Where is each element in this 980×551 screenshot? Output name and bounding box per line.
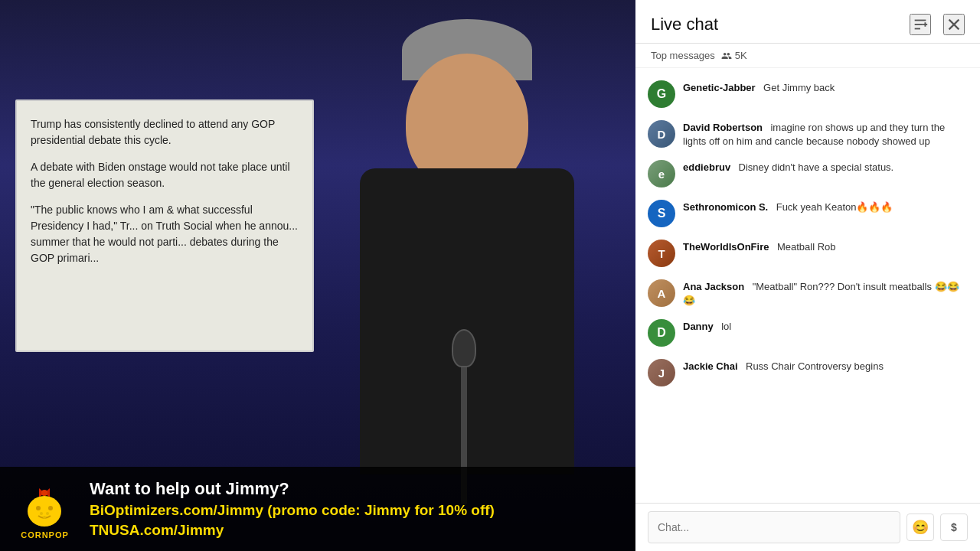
superchat-button[interactable]: $ [940,514,968,541]
svg-point-2 [41,490,47,496]
svg-point-7 [46,512,49,515]
message-username: Danny [683,321,714,332]
avatar: S [648,200,675,227]
message-text: Get Jimmy back [763,82,835,93]
chat-close-button[interactable] [943,14,965,35]
chat-subheader: Top messages 5K [635,44,980,68]
video-player[interactable]: Trump has consistently declined to atten… [0,0,635,551]
emoji-button[interactable]: 😊 [906,514,934,541]
avatar: A [648,279,675,307]
svg-point-3 [28,496,61,527]
chat-header-icons [910,14,965,35]
chat-message: A Ana Jackson "Meatball" Ron??? Don't in… [635,273,980,313]
avatar: T [648,240,675,267]
banner-text: Want to help out Jimmy? BiOptimizers.com… [90,479,623,539]
chat-message: T TheWorldIsOnFire Meatball Rob [635,233,980,273]
banner-line2: BiOptimizers.com/Jimmy (promo code: Jimm… [90,502,623,519]
chat-filter-button[interactable] [910,14,931,35]
viewers-number: 5K [735,50,747,61]
chat-input[interactable] [648,511,900,543]
chat-input-area: 😊 $ [635,503,980,551]
message-text: Russ Chair Controversy begins [746,360,884,372]
chat-message: D Danny lol [635,313,980,353]
viewers-icon [721,51,732,61]
message-content: Ana Jackson "Meatball" Ron??? Don't insu… [683,279,968,307]
avatar: J [648,359,675,386]
person-body [360,168,574,474]
video-person [345,92,590,474]
message-text: Meatball Rob [777,241,836,253]
chat-message: S Sethronomicon S. Fuck yeah Keaton🔥🔥🔥 [635,194,980,233]
chat-message: e eddiebruv Disney didn't have a special… [635,154,980,194]
chat-header: Live chat [635,0,980,44]
slide-content: Trump has consistently declined to atten… [31,116,299,266]
chat-message: J Jackie Chai Russ Chair Controversy beg… [635,353,980,393]
message-username: Jackie Chai [683,360,738,372]
cornpop-logo-area: CORNPOP [12,479,77,540]
cornpop-logo-icon [20,479,70,529]
message-content: Jackie Chai Russ Chair Controversy begin… [683,359,968,373]
message-content: David Robertson imagine ron shows up and… [683,120,968,148]
message-username: Genetic-Jabber [683,82,756,93]
svg-point-4 [36,506,41,510]
avatar: G [648,80,675,108]
message-username: Sethronomicon S. [683,201,768,213]
message-username: David Robertson [683,122,763,133]
microphone-head [452,329,476,367]
chat-message: D David Robertson imagine ron shows up a… [635,114,980,154]
chat-message: G Genetic-Jabber Get Jimmy back [635,74,980,114]
top-messages-label: Top messages [651,50,715,61]
message-username: TheWorldIsOnFire [683,241,769,253]
svg-point-5 [48,506,53,510]
filter-icon [912,16,929,33]
message-content: Danny lol [683,319,968,333]
emoji-icon: 😊 [912,519,929,536]
message-text: Fuck yeah Keaton🔥🔥🔥 [776,201,893,213]
logo-text: CORNPOP [21,530,69,540]
message-content: Sethronomicon S. Fuck yeah Keaton🔥🔥🔥 [683,200,968,214]
svg-point-8 [43,516,46,519]
superchat-icon: $ [951,521,957,533]
message-text: lol [721,321,731,332]
chat-title: Live chat [651,15,718,34]
message-content: eddiebruv Disney didn't have a special s… [683,160,968,174]
message-username: eddiebruv [683,161,730,173]
avatar: D [648,319,675,347]
message-username: Ana Jackson [683,281,744,292]
slide-overlay: Trump has consistently declined to atten… [15,99,314,352]
svg-point-6 [40,512,43,515]
avatar: e [648,160,675,187]
message-text: Disney didn't have a special status. [739,161,894,173]
chat-messages-list: G Genetic-Jabber Get Jimmy back D David … [635,68,980,503]
close-icon [946,16,962,33]
viewers-count: 5K [721,50,747,61]
banner-line1: Want to help out Jimmy? [90,479,623,499]
message-content: TheWorldIsOnFire Meatball Rob [683,240,968,253]
banner-line3: TNUSA.com/Jimmy [90,522,623,539]
avatar: D [648,120,675,148]
chat-panel: Live chat Top message [635,0,980,551]
lower-third-banner: CORNPOP Want to help out Jimmy? BiOptimi… [0,467,635,551]
message-content: Genetic-Jabber Get Jimmy back [683,80,968,94]
